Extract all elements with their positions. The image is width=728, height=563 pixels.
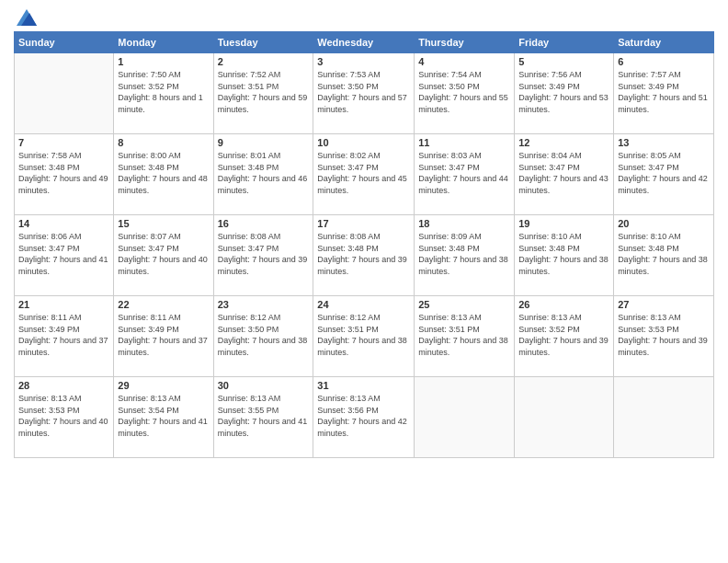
day-info: Sunrise: 8:13 AMSunset: 3:52 PMDaylight:…	[518, 312, 609, 358]
calendar-cell: 29Sunrise: 8:13 AMSunset: 3:54 PMDayligh…	[114, 377, 213, 458]
weekday-header-wednesday: Wednesday	[313, 32, 415, 53]
calendar-cell: 18Sunrise: 8:09 AMSunset: 3:48 PMDayligh…	[415, 215, 515, 296]
calendar-cell: 27Sunrise: 8:13 AMSunset: 3:53 PMDayligh…	[614, 296, 714, 377]
calendar-cell	[15, 53, 114, 134]
day-number: 30	[218, 380, 310, 391]
day-number: 12	[518, 137, 609, 148]
calendar-week-row: 14Sunrise: 8:06 AMSunset: 3:47 PMDayligh…	[15, 215, 714, 296]
calendar-cell: 7Sunrise: 7:58 AMSunset: 3:48 PMDaylight…	[15, 134, 114, 215]
day-number: 13	[618, 137, 710, 148]
day-info: Sunrise: 8:07 AMSunset: 3:47 PMDaylight:…	[118, 231, 209, 277]
day-number: 2	[218, 56, 310, 67]
day-info: Sunrise: 7:57 AMSunset: 3:49 PMDaylight:…	[618, 69, 710, 115]
calendar-week-row: 21Sunrise: 8:11 AMSunset: 3:49 PMDayligh…	[15, 296, 714, 377]
calendar-cell: 20Sunrise: 8:10 AMSunset: 3:48 PMDayligh…	[614, 215, 714, 296]
day-info: Sunrise: 8:00 AMSunset: 3:48 PMDaylight:…	[118, 150, 209, 196]
day-number: 29	[118, 380, 209, 391]
calendar-cell: 14Sunrise: 8:06 AMSunset: 3:47 PMDayligh…	[15, 215, 114, 296]
calendar-cell	[415, 377, 515, 458]
calendar-cell: 4Sunrise: 7:54 AMSunset: 3:50 PMDaylight…	[415, 53, 515, 134]
calendar-cell: 28Sunrise: 8:13 AMSunset: 3:53 PMDayligh…	[15, 377, 114, 458]
calendar-cell: 13Sunrise: 8:05 AMSunset: 3:47 PMDayligh…	[614, 134, 714, 215]
calendar-cell: 22Sunrise: 8:11 AMSunset: 3:49 PMDayligh…	[114, 296, 213, 377]
day-info: Sunrise: 8:05 AMSunset: 3:47 PMDaylight:…	[618, 150, 710, 196]
calendar-cell: 8Sunrise: 8:00 AMSunset: 3:48 PMDaylight…	[114, 134, 213, 215]
calendar-cell: 6Sunrise: 7:57 AMSunset: 3:49 PMDaylight…	[614, 53, 714, 134]
weekday-header-thursday: Thursday	[415, 32, 515, 53]
day-number: 8	[118, 137, 209, 148]
day-number: 17	[317, 218, 410, 229]
day-number: 9	[218, 137, 310, 148]
calendar-cell	[515, 377, 614, 458]
day-info: Sunrise: 7:50 AMSunset: 3:52 PMDaylight:…	[118, 69, 209, 115]
weekday-header-row: SundayMondayTuesdayWednesdayThursdayFrid…	[15, 32, 714, 53]
day-info: Sunrise: 8:08 AMSunset: 3:48 PMDaylight:…	[317, 231, 410, 277]
day-info: Sunrise: 7:56 AMSunset: 3:49 PMDaylight:…	[518, 69, 609, 115]
calendar-cell: 24Sunrise: 8:12 AMSunset: 3:51 PMDayligh…	[313, 296, 415, 377]
day-info: Sunrise: 7:54 AMSunset: 3:50 PMDaylight:…	[418, 69, 510, 115]
calendar-cell: 31Sunrise: 8:13 AMSunset: 3:56 PMDayligh…	[313, 377, 415, 458]
calendar-cell: 5Sunrise: 7:56 AMSunset: 3:49 PMDaylight…	[515, 53, 614, 134]
calendar-cell: 10Sunrise: 8:02 AMSunset: 3:47 PMDayligh…	[313, 134, 415, 215]
day-number: 26	[518, 299, 609, 310]
day-number: 15	[118, 218, 209, 229]
calendar-cell: 17Sunrise: 8:08 AMSunset: 3:48 PMDayligh…	[313, 215, 415, 296]
day-info: Sunrise: 8:13 AMSunset: 3:51 PMDaylight:…	[418, 312, 510, 358]
day-number: 28	[18, 380, 109, 391]
day-info: Sunrise: 8:02 AMSunset: 3:47 PMDaylight:…	[317, 150, 410, 196]
logo	[14, 9, 37, 24]
day-number: 4	[418, 56, 510, 67]
day-info: Sunrise: 8:12 AMSunset: 3:50 PMDaylight:…	[218, 312, 310, 358]
calendar-cell: 3Sunrise: 7:53 AMSunset: 3:50 PMDaylight…	[313, 53, 415, 134]
calendar-cell	[614, 377, 714, 458]
logo-icon	[17, 9, 37, 26]
calendar-cell: 19Sunrise: 8:10 AMSunset: 3:48 PMDayligh…	[515, 215, 614, 296]
day-info: Sunrise: 7:58 AMSunset: 3:48 PMDaylight:…	[18, 150, 109, 196]
day-info: Sunrise: 8:03 AMSunset: 3:47 PMDaylight:…	[418, 150, 510, 196]
day-number: 7	[18, 137, 109, 148]
weekday-header-sunday: Sunday	[15, 32, 114, 53]
calendar-cell: 1Sunrise: 7:50 AMSunset: 3:52 PMDaylight…	[114, 53, 213, 134]
day-info: Sunrise: 8:13 AMSunset: 3:54 PMDaylight:…	[118, 393, 209, 439]
day-info: Sunrise: 8:12 AMSunset: 3:51 PMDaylight:…	[317, 312, 410, 358]
day-info: Sunrise: 8:10 AMSunset: 3:48 PMDaylight:…	[618, 231, 710, 277]
weekday-header-monday: Monday	[114, 32, 213, 53]
day-number: 22	[118, 299, 209, 310]
day-info: Sunrise: 8:13 AMSunset: 3:53 PMDaylight:…	[618, 312, 710, 358]
day-number: 24	[317, 299, 410, 310]
day-info: Sunrise: 7:52 AMSunset: 3:51 PMDaylight:…	[218, 69, 310, 115]
day-number: 27	[618, 299, 710, 310]
weekday-header-friday: Friday	[515, 32, 614, 53]
calendar-table: SundayMondayTuesdayWednesdayThursdayFrid…	[14, 31, 714, 458]
day-number: 19	[518, 218, 609, 229]
day-number: 3	[317, 56, 410, 67]
day-info: Sunrise: 8:08 AMSunset: 3:47 PMDaylight:…	[218, 231, 310, 277]
day-number: 6	[618, 56, 710, 67]
calendar-cell: 16Sunrise: 8:08 AMSunset: 3:47 PMDayligh…	[213, 215, 313, 296]
calendar-cell: 12Sunrise: 8:04 AMSunset: 3:47 PMDayligh…	[515, 134, 614, 215]
day-info: Sunrise: 8:06 AMSunset: 3:47 PMDaylight:…	[18, 231, 109, 277]
calendar-cell: 9Sunrise: 8:01 AMSunset: 3:48 PMDaylight…	[213, 134, 313, 215]
day-number: 23	[218, 299, 310, 310]
day-info: Sunrise: 8:11 AMSunset: 3:49 PMDaylight:…	[18, 312, 109, 358]
day-number: 25	[418, 299, 510, 310]
calendar-cell: 26Sunrise: 8:13 AMSunset: 3:52 PMDayligh…	[515, 296, 614, 377]
calendar-week-row: 28Sunrise: 8:13 AMSunset: 3:53 PMDayligh…	[15, 377, 714, 458]
calendar-cell: 2Sunrise: 7:52 AMSunset: 3:51 PMDaylight…	[213, 53, 313, 134]
day-info: Sunrise: 8:01 AMSunset: 3:48 PMDaylight:…	[218, 150, 310, 196]
day-info: Sunrise: 7:53 AMSunset: 3:50 PMDaylight:…	[317, 69, 410, 115]
weekday-header-saturday: Saturday	[614, 32, 714, 53]
calendar-cell: 11Sunrise: 8:03 AMSunset: 3:47 PMDayligh…	[415, 134, 515, 215]
calendar-cell: 15Sunrise: 8:07 AMSunset: 3:47 PMDayligh…	[114, 215, 213, 296]
day-number: 14	[18, 218, 109, 229]
day-info: Sunrise: 8:09 AMSunset: 3:48 PMDaylight:…	[418, 231, 510, 277]
calendar-cell: 30Sunrise: 8:13 AMSunset: 3:55 PMDayligh…	[213, 377, 313, 458]
calendar-cell: 21Sunrise: 8:11 AMSunset: 3:49 PMDayligh…	[15, 296, 114, 377]
day-number: 18	[418, 218, 510, 229]
day-info: Sunrise: 8:04 AMSunset: 3:47 PMDaylight:…	[518, 150, 609, 196]
page: SundayMondayTuesdayWednesdayThursdayFrid…	[0, 0, 728, 563]
day-number: 21	[18, 299, 109, 310]
day-number: 10	[317, 137, 410, 148]
calendar-week-row: 7Sunrise: 7:58 AMSunset: 3:48 PMDaylight…	[15, 134, 714, 215]
day-number: 5	[518, 56, 609, 67]
